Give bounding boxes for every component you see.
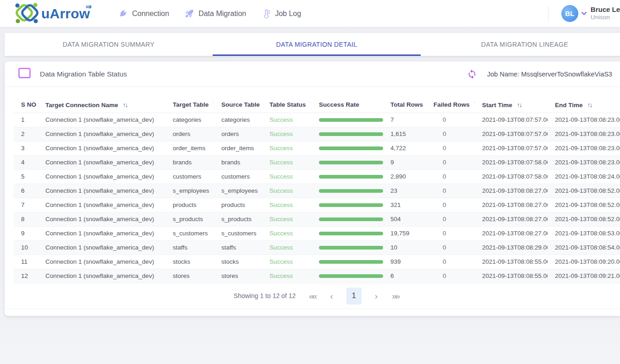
col-header-total-rows[interactable]: Total Rows <box>383 97 426 113</box>
cell-start-time: 2021-09-13T08:08:55.00 <box>475 269 548 283</box>
pagination-first-icon[interactable]: «« <box>308 290 317 302</box>
nav-item-connection[interactable]: Connection <box>118 9 169 18</box>
status-badge: Success <box>269 159 293 166</box>
cell-s-no: 8 <box>14 212 38 226</box>
pagination-page-1[interactable]: 1 <box>346 288 362 304</box>
tab-data-migration-summary[interactable]: DATA MIGRATION SUMMARY <box>5 33 213 56</box>
status-badge: Success <box>269 173 293 180</box>
cell-target-connection: Connection 1 (snowflake_america_dev) <box>38 169 165 184</box>
status-badge: Success <box>269 244 293 251</box>
cell-start-time: 2021-09-13T08:08:55.00 <box>475 255 548 269</box>
sort-icon[interactable]: ˊ <box>309 101 311 107</box>
uarrow-logo-icon <box>14 1 40 26</box>
status-badge: Success <box>269 187 293 194</box>
cell-total-rows: 6 <box>383 269 426 283</box>
sort-icon[interactable]: ↑↓ <box>123 101 127 109</box>
pagination-prev-icon[interactable]: ‹ <box>329 290 334 302</box>
nav-label-job-log: Job Log <box>275 10 301 18</box>
col-header-table-status[interactable]: Table Statusˊ <box>262 97 312 113</box>
cell-failed-rows: 0 <box>426 255 475 269</box>
brand-arrow-icon: ⇒ <box>86 2 92 11</box>
cell-table-status: Success <box>262 255 312 269</box>
pagination-last-icon[interactable]: »» <box>391 290 400 302</box>
status-badge: Success <box>269 230 293 237</box>
cell-table-status: Success <box>262 184 312 198</box>
cell-source-table: stores <box>214 269 262 283</box>
success-rate-bar <box>319 274 383 278</box>
col-header-start-time[interactable]: Start Time↑↓ <box>475 97 548 113</box>
refresh-icon[interactable] <box>467 69 477 79</box>
sort-icon[interactable]: ˊ <box>212 101 214 107</box>
nav-item-data-migration[interactable]: Data Migration <box>185 9 246 18</box>
sort-icon[interactable]: ↑↓ <box>587 101 592 109</box>
success-rate-bar <box>319 260 383 264</box>
cell-failed-rows: 0 <box>426 127 475 141</box>
cell-s-no: 3 <box>14 141 38 155</box>
col-header-target-table[interactable]: Target Tableˊ <box>165 97 214 113</box>
tab-data-migration-detail[interactable]: DATA MIGRATION DETAIL <box>213 33 421 56</box>
user-avatar[interactable]: BL <box>561 5 578 22</box>
cell-table-status: Success <box>262 269 312 283</box>
sort-icon[interactable]: ˊ <box>473 101 475 107</box>
cell-target-connection: Connection 1 (snowflake_america_dev) <box>38 240 165 255</box>
cell-end-time: 2021-09-13T08:08:24.00 <box>548 169 620 184</box>
cell-table-status: Success <box>262 226 312 240</box>
cell-success-rate <box>312 113 383 127</box>
cell-target-connection: Connection 1 (snowflake_america_dev) <box>38 255 165 269</box>
success-rate-bar <box>319 118 383 122</box>
cell-target-connection: Connection 1 (snowflake_america_dev) <box>38 113 165 127</box>
tab-data-migration-lineage[interactable]: DATA MIGRATION LINEAGE <box>421 33 620 56</box>
cell-target-connection: Connection 1 (snowflake_america_dev) <box>38 226 165 240</box>
col-header-success-rate[interactable]: Success Rate <box>312 97 383 113</box>
pagination-next-icon[interactable]: › <box>374 290 379 302</box>
cell-success-rate <box>312 240 383 255</box>
table-grid-icon <box>18 68 31 80</box>
cell-success-rate <box>312 127 383 141</box>
cell-start-time: 2021-09-13T08:08:27.00 <box>475 212 548 226</box>
nav-label-data-migration: Data Migration <box>198 10 246 18</box>
cell-failed-rows: 0 <box>426 269 475 283</box>
user-name: Bruce Le <box>591 5 620 14</box>
cell-failed-rows: 0 <box>426 155 475 169</box>
chevron-down-icon[interactable] <box>582 12 587 15</box>
cell-s-no: 6 <box>14 184 38 198</box>
cell-end-time: 2021-09-13T08:08:52.00 <box>548 184 620 198</box>
cell-table-status: Success <box>262 169 312 184</box>
cell-failed-rows: 0 <box>426 113 475 127</box>
cell-total-rows: 7 <box>383 113 426 127</box>
cell-source-table: s_customers <box>214 226 262 240</box>
migration-status-table: S NO Target Connection Name↑↓ Target Tab… <box>14 97 620 283</box>
cell-target-table: order_items <box>165 141 214 155</box>
table-row: 5 Connection 1 (snowflake_america_dev) c… <box>14 169 620 184</box>
table-header-row: S NO Target Connection Name↑↓ Target Tab… <box>14 97 620 113</box>
panel-header: Data Migration Table Status Job Name: Ms… <box>5 61 620 87</box>
sort-icon[interactable]: ↑↓ <box>517 101 521 109</box>
cell-source-table: s_employees <box>214 184 262 198</box>
cell-source-table: stocks <box>214 255 262 269</box>
user-meta: Bruce Le Unison <box>591 5 620 22</box>
cell-total-rows: 321 <box>383 198 426 212</box>
cell-table-status: Success <box>262 141 312 155</box>
col-header-source-table[interactable]: Source Table <box>214 97 262 113</box>
cell-source-table: staffs <box>214 240 262 255</box>
cell-target-connection: Connection 1 (snowflake_america_dev) <box>38 198 165 212</box>
table-row: 2 Connection 1 (snowflake_america_dev) o… <box>14 127 620 141</box>
table-row: 10 Connection 1 (snowflake_america_dev) … <box>14 240 620 255</box>
cell-success-rate <box>312 169 383 184</box>
status-badge: Success <box>269 216 293 223</box>
status-badge: Success <box>269 130 293 137</box>
nav-item-job-log[interactable]: Job Log <box>262 9 301 19</box>
job-name-text: Job Name: MssqlserverToSnowflakeViaS3 <box>487 71 612 78</box>
col-header-failed-rows[interactable]: Failed Rowsˊ <box>426 97 475 113</box>
brand-logo[interactable]: uArrow ⇒ <box>14 1 90 26</box>
cell-s-no: 4 <box>14 155 38 169</box>
cell-s-no: 1 <box>14 113 38 127</box>
col-header-end-time[interactable]: End Time↑↓ <box>548 97 620 113</box>
cell-total-rows: 9 <box>383 155 426 169</box>
cell-start-time: 2021-09-13T08:07:57.00 <box>475 141 548 155</box>
table-row: 6 Connection 1 (snowflake_america_dev) s… <box>14 184 620 198</box>
col-header-target-connection-name[interactable]: Target Connection Name↑↓ <box>38 97 165 113</box>
cell-end-time: 2021-09-13T08:09:21.00 <box>548 269 620 283</box>
cell-source-table: orders <box>214 127 262 141</box>
table-body: 1 Connection 1 (snowflake_america_dev) c… <box>14 113 620 283</box>
